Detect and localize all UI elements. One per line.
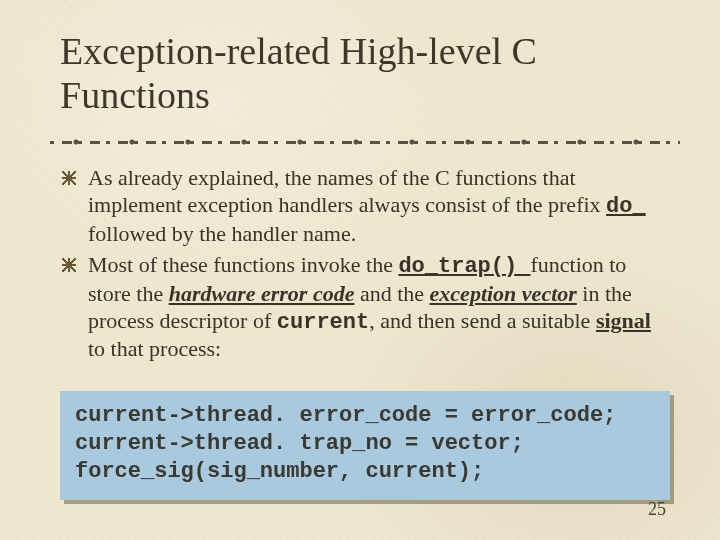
text: and the [354, 281, 429, 306]
inline-code-current: current [277, 310, 369, 335]
slide-title: Exception-related High-level C Functions [60, 30, 670, 117]
text: As already explained, the names of the C… [88, 165, 606, 217]
inline-code-do: do_ [606, 194, 646, 219]
inline-code-dotrap: do_trap() [398, 254, 530, 279]
em-exception-vector: exception vector [430, 281, 577, 306]
page-number: 25 [648, 499, 666, 520]
bullet-item-2: Most of these functions invoke the do_tr… [88, 252, 670, 363]
code-block: current->thread. error_code = error_code… [60, 391, 670, 499]
divider-decoration [50, 135, 680, 149]
em-signal: signal [596, 308, 651, 333]
code-line-1: current->thread. error_code = error_code… [75, 403, 616, 428]
text: followed by the handler name. [88, 221, 356, 246]
text: to that process: [88, 336, 221, 361]
bullet-item-1: As already explained, the names of the C… [88, 165, 670, 247]
slide: Exception-related High-level C Functions… [0, 0, 720, 540]
text: , and then send a suitable [369, 308, 596, 333]
text: Most of these functions invoke the [88, 252, 398, 277]
bullet-list: As already explained, the names of the C… [60, 165, 670, 363]
em-hardware-error-code: hardware error code [169, 281, 355, 306]
code-line-3: force_sig(sig_number, current); [75, 459, 484, 484]
code-line-2: current->thread. trap_no = vector; [75, 431, 524, 456]
